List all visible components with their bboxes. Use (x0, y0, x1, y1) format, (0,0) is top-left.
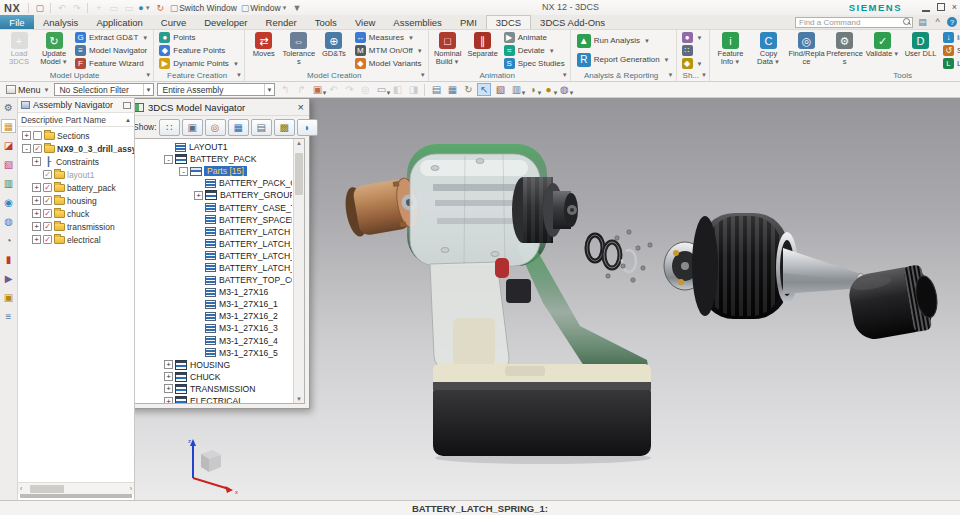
tree-item-m3-1-27x16-4[interactable]: M3-1_27X16_4 (134, 335, 292, 347)
tree-item-battery-spacer[interactable]: BATTERY_SPACER (134, 214, 292, 226)
mtm-on-off-button[interactable]: MMTM On/Off▼ (352, 44, 426, 57)
solid-view-button[interactable]: ◨ (406, 83, 420, 96)
undo-button[interactable]: ↶ (55, 1, 68, 14)
layer-settings-button[interactable]: ▥▼ (509, 83, 523, 96)
gd-ts-button[interactable]: ⊕GD&Ts (317, 31, 351, 58)
show-tables-button[interactable]: ▤ (251, 119, 272, 136)
extract-gd-t-button[interactable]: GExtract GD&T▼ (72, 31, 151, 44)
show-views-button[interactable]: ▦ (228, 119, 249, 136)
share-2-button[interactable]: ∷ (679, 44, 706, 57)
redo-button[interactable]: ↷ (70, 1, 83, 14)
selection-filter-dropdown[interactable]: No Selection Filter ▼ (54, 83, 154, 96)
ribbon-group-label-animation[interactable]: Animation▼ (429, 69, 570, 81)
tab-render[interactable]: Render (257, 15, 306, 29)
view-iso-button[interactable]: ▦ (445, 83, 459, 96)
sidebar-tab-notes[interactable]: ≡ (1, 309, 16, 323)
tree-item-chuck[interactable]: +✓chuck (18, 207, 134, 220)
undo-selection-button[interactable]: ↶ (326, 83, 340, 96)
sidebar-tab-hd3d-tools[interactable]: ◉ (1, 195, 16, 209)
expander-icon[interactable]: + (164, 360, 173, 369)
tree-item-transmission[interactable]: +TRANSMISSION (134, 383, 292, 395)
tree-item-battery-case-top[interactable]: BATTERY_CASE_TOP (134, 201, 292, 213)
sidebar-tab-image-capture[interactable]: ▣ (1, 290, 16, 304)
tree-item-m3-1-27x16[interactable]: M3-1_27X16 (134, 286, 292, 298)
tree-item-battery-group[interactable]: +BATTERY_GROUP (134, 189, 292, 201)
expander-icon[interactable]: + (32, 235, 41, 244)
tree-item-housing[interactable]: +HOUSING (134, 359, 292, 371)
shaded-view-button[interactable]: ◧ (390, 83, 404, 96)
find-command-input[interactable] (795, 17, 913, 28)
search-icon[interactable] (903, 18, 911, 26)
ribbon-group-label-model-creation[interactable]: Model Creation▼ (245, 69, 428, 81)
feature-info-button[interactable]: iFeature Info▼ (712, 31, 749, 66)
tree-item-electrical[interactable]: +✓electrical (18, 233, 134, 246)
show-measures-button[interactable]: ◎ (205, 119, 226, 136)
expander-icon[interactable]: + (164, 397, 173, 404)
help-icon[interactable]: ? (947, 17, 957, 27)
tab-pmi[interactable]: PMI (451, 15, 486, 29)
tree-item-battery-latch[interactable]: BATTERY_LATCH (134, 226, 292, 238)
expander-icon[interactable]: + (164, 384, 173, 393)
snap-point-button[interactable]: ▣▼ (310, 83, 324, 96)
expander-icon[interactable]: + (22, 131, 31, 140)
separate-button[interactable]: ∥Separate (466, 31, 500, 58)
rect-select-button[interactable]: ▭▼ (374, 83, 388, 96)
share-1-button[interactable]: ●▼ (679, 31, 706, 44)
tree-item-m3-1-27x16-2[interactable]: M3-1_27X16_2 (134, 310, 292, 322)
user-dll-button[interactable]: DUser DLL (902, 31, 939, 58)
deviate-button[interactable]: ≈Deviate▼ (501, 44, 568, 57)
column-header[interactable]: Descriptive Part Name ▲ (18, 113, 134, 127)
scroll-up-icon[interactable]: ▲ (296, 140, 302, 146)
sidebar-tab-web-browser[interactable]: ◍ (1, 214, 16, 228)
scrollbar-thumb[interactable] (30, 485, 64, 493)
reroute-button[interactable]: ↻ (154, 1, 167, 14)
window-button[interactable]: ▢Window▼ (240, 1, 289, 14)
sidebar-tab-reuse-library[interactable]: ▥ (1, 176, 16, 190)
visibility-checkbox[interactable]: ✓ (43, 170, 52, 179)
panel-title-bar[interactable]: 3DCS Model Navigator × (129, 99, 309, 116)
preferences-button[interactable]: ⚙Preferences (826, 31, 863, 66)
expander-icon[interactable]: + (32, 196, 41, 205)
expander-icon[interactable]: - (164, 155, 173, 164)
tree-item-battery-latch-1[interactable]: BATTERY_LATCH_1 (134, 238, 292, 250)
tree-item-chuck[interactable]: +CHUCK (134, 371, 292, 383)
measures-button[interactable]: ↔Measures▼ (352, 31, 426, 44)
tree-item-electrical[interactable]: +ELECTRICAL (134, 395, 292, 404)
customize-button[interactable]: ▼ (291, 1, 304, 14)
color-filter-button[interactable]: ▧ (493, 83, 507, 96)
tab-tools[interactable]: Tools (306, 15, 346, 29)
show-display-button[interactable]: ◗ (297, 119, 318, 136)
expander-icon[interactable]: + (164, 372, 173, 381)
tab-analysis[interactable]: Analysis (34, 15, 87, 29)
select-tool-button[interactable]: ↖ (477, 83, 491, 96)
maximize-button[interactable] (937, 3, 945, 11)
copy-button[interactable]: ▭ (122, 1, 135, 14)
collapse-ribbon-icon[interactable]: ^ (932, 17, 943, 27)
select-parent-button[interactable]: ↱ (294, 83, 308, 96)
reuse-selection-button[interactable]: ↰ (278, 83, 292, 96)
expander-icon[interactable]: + (32, 209, 41, 218)
tab-view[interactable]: View (346, 15, 384, 29)
tab-3dcs[interactable]: 3DCS (486, 15, 531, 29)
ribbon-group-label-analysis-reporting[interactable]: Analysis & Reporting▼ (571, 69, 676, 81)
visibility-checkbox[interactable]: ✓ (43, 196, 52, 205)
visibility-checkbox[interactable]: ✓ (43, 222, 52, 231)
tab-assemblies[interactable]: Assemblies (384, 15, 451, 29)
tree-item-constraints[interactable]: +┠Constraints (18, 155, 134, 168)
sidebar-tab-gear[interactable]: ⚙ (1, 100, 16, 114)
expander-icon[interactable]: + (194, 191, 203, 200)
copy-data-button[interactable]: CCopy Data▼ (750, 31, 787, 66)
tab-application[interactable]: Application (87, 15, 151, 29)
close-button[interactable]: × (952, 1, 957, 13)
sidebar-tab-constraint-navigator[interactable]: ◪ (1, 138, 16, 152)
visibility-checkbox[interactable]: ✓ (43, 183, 52, 192)
ribbon-group-label-sh-[interactable]: Sh...▼ (677, 69, 709, 81)
tree-item-housing[interactable]: +✓housing (18, 194, 134, 207)
show-moves-button[interactable]: ∷ (159, 119, 180, 136)
tree-item-layout1[interactable]: ✓layout1 (18, 168, 134, 181)
visibility-checkbox[interactable] (33, 131, 42, 140)
report-generation-button[interactable]: RReport Generation▼ (573, 50, 674, 69)
show-tolerances-button[interactable]: ▣ (182, 119, 203, 136)
undock-icon[interactable] (123, 102, 131, 109)
paste-button[interactable]: ▭ (107, 1, 120, 14)
